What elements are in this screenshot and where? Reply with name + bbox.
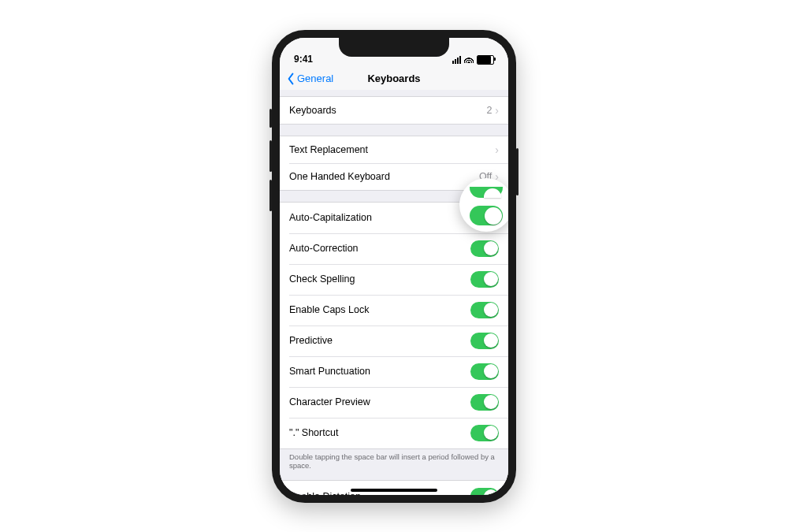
char-preview-label: Character Preview	[289, 396, 370, 407]
wifi-icon	[464, 56, 474, 63]
caps-lock-label: Enable Caps Lock	[289, 304, 369, 315]
keyboards-row[interactable]: Keyboards 2 ›	[280, 97, 508, 124]
cellular-icon	[452, 56, 461, 64]
highlight-bubble	[459, 178, 508, 232]
char-preview-row: Character Preview	[280, 387, 508, 418]
battery-icon	[477, 55, 494, 65]
dictation-label: Enable Dictation	[289, 491, 361, 495]
predictive-row: Predictive	[280, 326, 508, 356]
smart-punct-row: Smart Punctuation	[280, 356, 508, 387]
screen: 9:41 General Keyboards	[280, 38, 508, 495]
auto-correct-row: Auto-Correction	[280, 233, 508, 264]
shortcut-toggle[interactable]	[470, 425, 499, 441]
chevron-left-icon	[286, 73, 296, 85]
auto-cap-label: Auto-Capitalization	[289, 212, 372, 223]
highlight-toggle	[470, 206, 503, 225]
chevron-right-icon: ›	[495, 105, 499, 116]
predictive-label: Predictive	[289, 335, 333, 346]
home-indicator	[351, 489, 437, 492]
phone-frame: 9:41 General Keyboards	[272, 30, 516, 503]
dictation-toggle[interactable]	[470, 488, 499, 494]
keyboards-count: 2	[486, 105, 492, 116]
text-replacement-label: Text Replacement	[289, 144, 368, 155]
nav-bar: General Keyboards	[280, 66, 508, 92]
text-replacement-row[interactable]: Text Replacement ›	[280, 136, 508, 163]
shortcut-label: "." Shortcut	[289, 427, 338, 438]
back-button[interactable]: General	[286, 73, 333, 85]
predictive-toggle[interactable]	[470, 333, 499, 349]
auto-correct-label: Auto-Correction	[289, 243, 359, 254]
auto-correct-toggle[interactable]	[470, 240, 499, 257]
notch	[339, 38, 449, 57]
settings-content: Keyboards 2 › Text Replacement ›	[280, 90, 508, 495]
check-spelling-row: Check Spelling	[280, 264, 508, 295]
check-spelling-toggle[interactable]	[470, 271, 499, 288]
back-label: General	[297, 73, 333, 84]
caps-lock-toggle[interactable]	[470, 302, 499, 318]
shortcut-row: "." Shortcut	[280, 418, 508, 448]
caps-lock-row: Enable Caps Lock	[280, 295, 508, 326]
partial-toggle-icon	[470, 187, 503, 198]
status-time: 9:41	[294, 54, 313, 65]
one-handed-label: One Handed Keyboard	[289, 171, 390, 182]
char-preview-toggle[interactable]	[470, 394, 499, 411]
shortcut-footer: Double tapping the space bar will insert…	[280, 449, 508, 476]
keyboards-label: Keyboards	[289, 105, 336, 116]
chevron-right-icon: ›	[495, 144, 499, 155]
smart-punct-toggle[interactable]	[470, 363, 499, 380]
check-spelling-label: Check Spelling	[289, 273, 355, 285]
smart-punct-label: Smart Punctuation	[289, 366, 370, 377]
